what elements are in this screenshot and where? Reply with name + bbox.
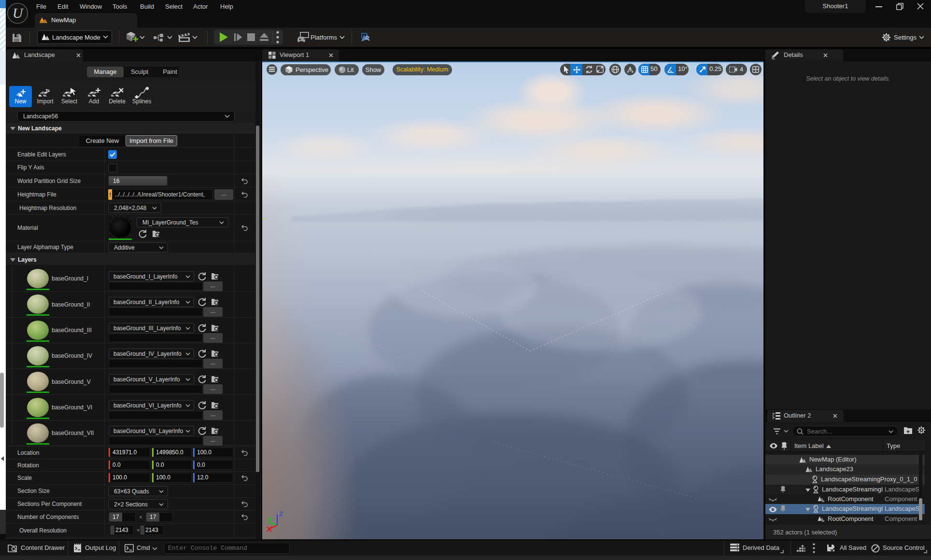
svg-text:U: U [13, 5, 24, 21]
svg-text:Z: Z [279, 510, 283, 518]
